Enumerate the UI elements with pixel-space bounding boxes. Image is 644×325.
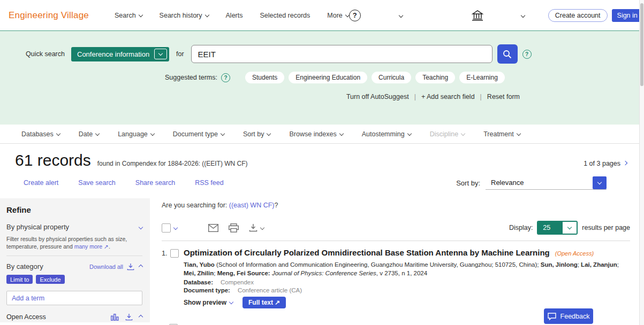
chevron-down-icon[interactable]: [139, 225, 143, 229]
result-doctype: Document type:Conference article (CA): [184, 287, 630, 293]
filter-language[interactable]: Language: [118, 130, 154, 138]
filter-discipline: Discipline: [430, 130, 465, 138]
bar-chart-icon[interactable]: [111, 314, 119, 321]
quick-search-label: Quick search: [26, 50, 71, 58]
chevron-down-icon: [56, 131, 60, 135]
suggested-term-chip[interactable]: Curricula: [372, 72, 411, 83]
rss-feed-link[interactable]: RSS feed: [195, 179, 224, 187]
result-database: Database:Compendex: [184, 279, 630, 285]
suggested-term-chip[interactable]: Teaching: [415, 72, 455, 83]
pagination[interactable]: 1 of 3 pages: [584, 160, 627, 167]
display-label: Display:: [509, 224, 533, 231]
open-access-section: Open Access: [6, 313, 46, 321]
sort-by-select[interactable]: Relevance: [486, 176, 607, 190]
chevron-down-icon[interactable]: [521, 13, 525, 17]
share-search-link[interactable]: Share search: [135, 179, 175, 187]
many-more-link[interactable]: many more ↗: [74, 243, 109, 250]
chevron-up-icon[interactable]: [139, 265, 143, 269]
by-physical-property-section[interactable]: By physical property: [6, 223, 69, 231]
did-you-mean-link[interactable]: ((east) WN CF): [229, 202, 275, 209]
show-preview-toggle[interactable]: Show preview: [184, 299, 233, 306]
filter-browse-indexes[interactable]: Browse indexes: [289, 130, 343, 138]
select-all-checkbox[interactable]: [162, 223, 171, 233]
filter-date[interactable]: Date: [79, 130, 99, 138]
download-all-link[interactable]: Download all: [89, 264, 123, 270]
save-search-link[interactable]: Save search: [78, 179, 115, 187]
download-icon[interactable]: [125, 313, 133, 321]
chevron-right-icon[interactable]: [623, 161, 627, 165]
reset-form-link[interactable]: Reset form: [487, 93, 520, 100]
physical-property-description: Filter results by physical properties su…: [6, 235, 142, 250]
result-number: 1.: [162, 248, 169, 308]
institution-icon[interactable]: [471, 9, 484, 22]
create-alert-link[interactable]: Create alert: [24, 179, 58, 187]
exclude-button[interactable]: Exclude: [36, 275, 64, 284]
filter-databases[interactable]: Databases: [21, 130, 60, 138]
nav-more[interactable]: More: [327, 12, 348, 19]
chevron-down-icon: [150, 131, 155, 135]
sign-in-button[interactable]: Sign in: [612, 9, 643, 22]
search-button[interactable]: [497, 44, 518, 64]
chevron-down-icon: [95, 131, 100, 135]
scrollbar-thumb[interactable]: [640, 3, 643, 86]
filter-sort-by[interactable]: Sort by: [243, 130, 271, 138]
full-text-button[interactable]: Full text ↗: [243, 297, 286, 308]
refine-sidebar: Refine By physical property Filter resul…: [0, 198, 150, 322]
results-per-page-select[interactable]: 25: [537, 221, 578, 235]
search-help-icon[interactable]: ?: [522, 50, 532, 59]
chevron-down-icon: [154, 49, 167, 59]
envelope-icon: [208, 224, 218, 232]
results-per-page-value: 25: [538, 222, 563, 234]
search-input[interactable]: [191, 45, 493, 63]
record-count-detail: found in Compendex for 1884-2026: ((EEIT…: [97, 160, 248, 167]
download-icon: [249, 223, 257, 232]
nav-search-history[interactable]: Search history: [160, 12, 209, 19]
chevron-down-icon: [260, 226, 264, 230]
turn-off-autosuggest-link[interactable]: Turn off AutoSuggest: [346, 93, 409, 100]
top-header: Engineering Village Search Search histor…: [0, 0, 644, 30]
chevron-down-icon: [461, 131, 465, 135]
filter-treatment[interactable]: Treatment: [483, 130, 520, 138]
limit-to-button[interactable]: Limit to: [6, 275, 33, 284]
search-icon: [503, 50, 512, 59]
refine-title: Refine: [6, 205, 142, 214]
chevron-down-icon[interactable]: [593, 176, 607, 189]
suggested-term-chip[interactable]: Students: [245, 72, 284, 83]
suggested-term-chip[interactable]: Engineering Education: [289, 72, 367, 83]
search-field-selector[interactable]: Conference information: [71, 47, 169, 61]
sort-by-value: Relevance: [491, 179, 524, 187]
chevron-down-icon: [563, 222, 577, 234]
chevron-down-icon: [204, 12, 209, 17]
chevron-down-icon[interactable]: [399, 13, 403, 17]
feedback-button[interactable]: Feedback: [544, 308, 593, 324]
chevron-down-icon: [221, 131, 225, 135]
create-account-button[interactable]: Create account: [548, 9, 608, 22]
search-field-selected-value: Conference information: [77, 50, 149, 58]
download-icon[interactable]: [127, 263, 134, 270]
filter-autostemming[interactable]: Autostemming: [362, 130, 411, 138]
suggested-terms-help-icon[interactable]: ?: [221, 73, 230, 82]
help-icon[interactable]: ?: [349, 10, 361, 21]
filter-bar: Databases Date Language Document type So…: [0, 125, 644, 144]
main-nav: Search Search history Alerts Selected re…: [115, 12, 349, 19]
result-checkbox[interactable]: [170, 249, 179, 258]
search-actions-row: Create alert Save search Share search RS…: [0, 176, 644, 190]
nav-alerts[interactable]: Alerts: [226, 12, 243, 19]
download-button[interactable]: [249, 223, 264, 232]
add-search-field-link[interactable]: + Add search field: [421, 93, 475, 100]
result-title[interactable]: Optimization of Circularly Polarized Omn…: [184, 248, 550, 257]
chevron-down-icon[interactable]: [173, 226, 178, 230]
by-category-section[interactable]: By category: [6, 262, 43, 270]
add-term-input[interactable]: [6, 291, 142, 305]
page-scrollbar[interactable]: [639, 0, 644, 325]
result-item: 1. Optimization of Circularly Polarized …: [162, 241, 630, 308]
email-button[interactable]: [208, 224, 218, 232]
divider: [6, 256, 142, 256]
suggested-term-chip[interactable]: E-Learning: [459, 72, 505, 83]
chevron-up-icon[interactable]: [139, 315, 143, 319]
filter-document-type[interactable]: Document type: [173, 130, 224, 138]
nav-search[interactable]: Search: [115, 12, 142, 19]
print-button[interactable]: [229, 223, 239, 233]
nav-selected-records[interactable]: Selected records: [260, 12, 310, 19]
result-authors: Tian, Yubo (School of Information and Co…: [184, 260, 630, 277]
